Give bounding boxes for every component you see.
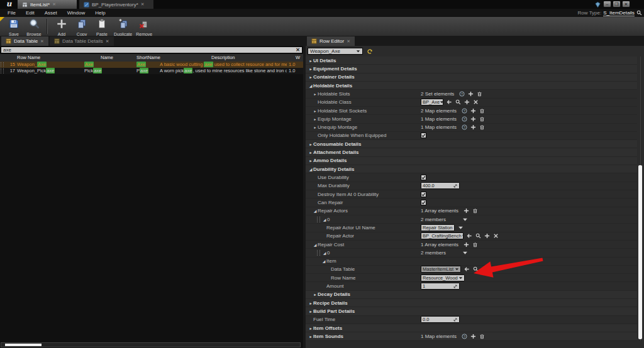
add-button[interactable]: Add: [52, 18, 72, 36]
checkbox[interactable]: [421, 192, 426, 197]
expanded-arrow-icon[interactable]: ◢: [322, 251, 327, 255]
menu-asset[interactable]: Asset: [40, 10, 62, 16]
tab-row-editor[interactable]: Row Editor ✕: [307, 36, 355, 46]
trash-icon[interactable]: [472, 208, 478, 214]
tab-data-table-details[interactable]: Data Table Details ✕: [50, 36, 114, 46]
vertical-scrollbar-thumb[interactable]: [638, 165, 642, 339]
paste-button[interactable]: Paste: [92, 18, 112, 36]
search-icon[interactable]: [455, 99, 461, 105]
column-header-description[interactable]: Description: [211, 54, 235, 62]
expanded-arrow-icon[interactable]: ◢: [313, 209, 318, 213]
collapsed-arrow-icon[interactable]: ▸: [308, 142, 313, 146]
add-icon[interactable]: [470, 116, 476, 122]
column-header-weight[interactable]: W: [296, 54, 300, 62]
table-row[interactable]: 15Weapon_AxeAxeAxeA basic wood cutting a…: [0, 62, 303, 68]
close-icon[interactable]: ✕: [52, 2, 56, 7]
help-icon[interactable]: ?: [462, 334, 467, 339]
collapsed-arrow-icon[interactable]: ▸: [308, 150, 313, 155]
menu-edit[interactable]: Edit: [21, 10, 40, 16]
close-icon[interactable]: ✕: [141, 2, 145, 7]
combo-box[interactable]: MasterItemList: [421, 266, 461, 273]
add-icon[interactable]: [468, 91, 474, 97]
row-type-value[interactable]: S_ItemDetails: [603, 10, 635, 16]
collapsed-arrow-icon[interactable]: ▸: [308, 67, 313, 71]
minimize-button[interactable]: –: [603, 1, 611, 8]
drag-handle-icon[interactable]: [317, 250, 320, 256]
column-header-name[interactable]: Name: [101, 54, 113, 62]
remove-button[interactable]: Remove: [134, 18, 154, 36]
collapsed-arrow-icon[interactable]: ▸: [313, 92, 318, 96]
collapsed-arrow-icon[interactable]: ▸: [308, 309, 313, 313]
copy-button[interactable]: Copy: [72, 18, 92, 36]
close-button[interactable]: ✕: [622, 1, 630, 8]
trash-icon[interactable]: [479, 124, 485, 130]
reset-to-default-icon[interactable]: [367, 48, 373, 55]
column-header-shortname[interactable]: ShortName: [136, 54, 160, 62]
close-icon[interactable]: ✕: [347, 39, 350, 44]
chevron-down-icon[interactable]: [462, 250, 468, 256]
collapsed-arrow-icon[interactable]: ▸: [308, 158, 313, 163]
add-icon[interactable]: [464, 208, 469, 214]
search-icon[interactable]: [473, 266, 479, 272]
combo-box[interactable]: BP_CraftingBench: [421, 232, 464, 239]
row-selector-dropdown[interactable]: Weapon_Axe: [308, 48, 363, 55]
help-icon[interactable]: ?: [459, 91, 465, 97]
text-input[interactable]: Repair Station: [421, 224, 455, 231]
add-icon[interactable]: [464, 242, 469, 247]
collapsed-arrow-icon[interactable]: ▸: [308, 326, 313, 330]
expanded-arrow-icon[interactable]: ◢: [322, 217, 327, 222]
scrollbar-thumb[interactable]: [5, 344, 42, 346]
value-input[interactable]: 0.0: [421, 316, 460, 323]
trash-icon[interactable]: [472, 242, 478, 247]
search-input[interactable]: [3, 47, 296, 53]
drag-handle-icon[interactable]: [317, 217, 320, 222]
back-icon[interactable]: [447, 99, 452, 105]
menu-help[interactable]: Help: [90, 10, 110, 16]
add-icon[interactable]: [470, 334, 476, 339]
expanded-arrow-icon[interactable]: ◢: [308, 84, 313, 88]
close-icon[interactable]: ✕: [40, 39, 44, 44]
trash-icon[interactable]: [479, 334, 485, 339]
close-icon[interactable]: ✕: [106, 39, 109, 44]
trash-icon[interactable]: [477, 91, 482, 97]
clear-icon[interactable]: [473, 99, 479, 105]
collapsed-arrow-icon[interactable]: ▸: [313, 125, 318, 129]
column-header-row-name[interactable]: Row Name: [17, 54, 40, 62]
chevron-down-icon[interactable]: [458, 225, 464, 231]
asset-tab-bp-playerinventory[interactable]: BP_PlayerInventory* ✕: [79, 0, 153, 9]
help-icon[interactable]: ?: [462, 108, 467, 114]
add-icon[interactable]: [484, 233, 490, 239]
table-row[interactable]: 17Weapon_PickaxePickaxePaxeA worn pickax…: [0, 68, 303, 74]
menu-window[interactable]: Window: [62, 10, 90, 16]
chevron-down-icon[interactable]: [462, 217, 468, 222]
add-icon[interactable]: [464, 99, 470, 105]
back-icon[interactable]: [467, 233, 472, 239]
back-icon[interactable]: [464, 266, 470, 272]
collapsed-arrow-icon[interactable]: ▸: [308, 75, 313, 79]
value-input[interactable]: 400.0: [421, 182, 460, 189]
combo-box[interactable]: BP_Axe: [421, 99, 443, 106]
collapsed-arrow-icon[interactable]: ▸: [313, 117, 318, 121]
search-icon[interactable]: [475, 233, 481, 239]
collapsed-arrow-icon[interactable]: ▸: [308, 58, 313, 63]
collapsed-arrow-icon[interactable]: ▸: [313, 109, 318, 113]
browse-button[interactable]: Browse: [24, 18, 44, 36]
maximize-button[interactable]: ❐: [613, 1, 621, 8]
help-icon[interactable]: ?: [462, 124, 467, 130]
asset-tab-itemlist[interactable]: ItemList* ✕: [18, 0, 77, 9]
combo-box[interactable]: Resource_Wood: [421, 275, 465, 281]
help-icon[interactable]: ?: [462, 116, 467, 122]
trash-icon[interactable]: [479, 108, 485, 114]
clear-search-icon[interactable]: ✕: [296, 48, 300, 53]
add-icon[interactable]: [470, 108, 476, 114]
row-grip-icon[interactable]: [1, 62, 4, 67]
trash-icon[interactable]: [479, 116, 485, 122]
add-icon[interactable]: [470, 124, 476, 130]
checkbox[interactable]: [421, 175, 426, 180]
collapsed-arrow-icon[interactable]: ▸: [308, 301, 313, 305]
value-input[interactable]: 1: [421, 283, 460, 290]
expanded-arrow-icon[interactable]: ◢: [313, 242, 318, 247]
search-icon[interactable]: [636, 10, 642, 16]
collapsed-arrow-icon[interactable]: ▸: [313, 292, 318, 296]
menu-file[interactable]: File: [3, 10, 21, 16]
